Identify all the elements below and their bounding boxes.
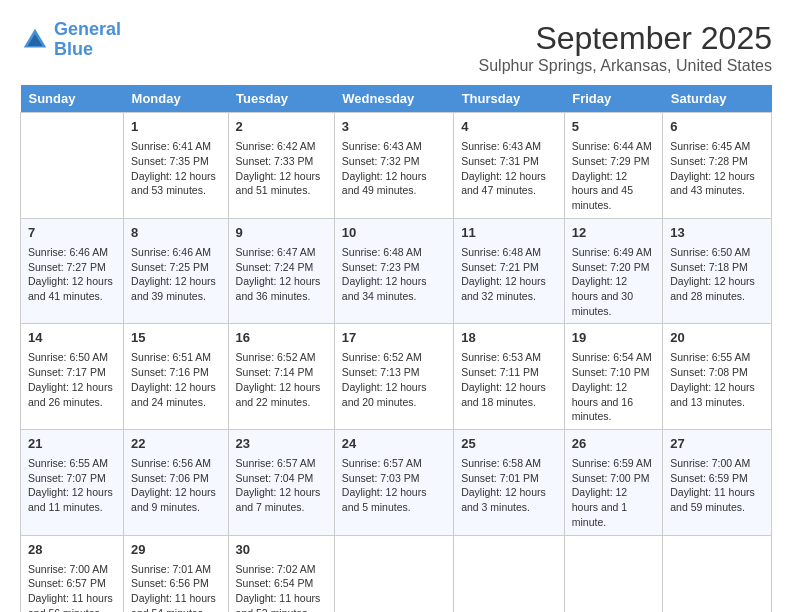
calendar-cell: 16 Sunrise: 6:52 AMSunset: 7:14 PMDaylig… [228,324,334,430]
day-number: 22 [131,435,221,453]
calendar-cell: 8 Sunrise: 6:46 AMSunset: 7:25 PMDayligh… [124,218,229,324]
day-info: Sunrise: 6:41 AMSunset: 7:35 PMDaylight:… [131,139,221,198]
day-info: Sunrise: 6:57 AMSunset: 7:04 PMDaylight:… [236,456,327,515]
day-info: Sunrise: 6:43 AMSunset: 7:31 PMDaylight:… [461,139,557,198]
calendar-cell: 27 Sunrise: 7:00 AMSunset: 6:59 PMDaylig… [663,429,772,535]
calendar-cell: 26 Sunrise: 6:59 AMSunset: 7:00 PMDaylig… [564,429,662,535]
day-number: 29 [131,541,221,559]
calendar-cell: 13 Sunrise: 6:50 AMSunset: 7:18 PMDaylig… [663,218,772,324]
header: General Blue September 2025 Sulphur Spri… [20,20,772,75]
day-number: 6 [670,118,764,136]
day-info: Sunrise: 7:01 AMSunset: 6:56 PMDaylight:… [131,562,221,612]
calendar-cell: 18 Sunrise: 6:53 AMSunset: 7:11 PMDaylig… [454,324,565,430]
calendar-cell: 29 Sunrise: 7:01 AMSunset: 6:56 PMDaylig… [124,535,229,612]
calendar-cell: 20 Sunrise: 6:55 AMSunset: 7:08 PMDaylig… [663,324,772,430]
calendar-cell [564,535,662,612]
col-sunday: Sunday [21,85,124,113]
col-friday: Friday [564,85,662,113]
calendar-cell: 12 Sunrise: 6:49 AMSunset: 7:20 PMDaylig… [564,218,662,324]
day-info: Sunrise: 6:59 AMSunset: 7:00 PMDaylight:… [572,456,655,529]
day-info: Sunrise: 6:47 AMSunset: 7:24 PMDaylight:… [236,245,327,304]
day-number: 7 [28,224,116,242]
day-info: Sunrise: 6:56 AMSunset: 7:06 PMDaylight:… [131,456,221,515]
calendar-cell: 17 Sunrise: 6:52 AMSunset: 7:13 PMDaylig… [334,324,453,430]
day-number: 1 [131,118,221,136]
day-number: 16 [236,329,327,347]
main-title: September 2025 [479,20,773,57]
calendar-cell: 1 Sunrise: 6:41 AMSunset: 7:35 PMDayligh… [124,113,229,219]
calendar-cell: 5 Sunrise: 6:44 AMSunset: 7:29 PMDayligh… [564,113,662,219]
day-number: 26 [572,435,655,453]
calendar-cell: 28 Sunrise: 7:00 AMSunset: 6:57 PMDaylig… [21,535,124,612]
calendar-cell: 10 Sunrise: 6:48 AMSunset: 7:23 PMDaylig… [334,218,453,324]
calendar-cell [21,113,124,219]
logo: General Blue [20,20,121,60]
calendar-table: Sunday Monday Tuesday Wednesday Thursday… [20,85,772,612]
day-number: 24 [342,435,446,453]
day-info: Sunrise: 6:46 AMSunset: 7:27 PMDaylight:… [28,245,116,304]
day-info: Sunrise: 6:52 AMSunset: 7:13 PMDaylight:… [342,350,446,409]
day-info: Sunrise: 6:50 AMSunset: 7:17 PMDaylight:… [28,350,116,409]
day-number: 3 [342,118,446,136]
day-number: 11 [461,224,557,242]
day-info: Sunrise: 6:48 AMSunset: 7:23 PMDaylight:… [342,245,446,304]
day-number: 30 [236,541,327,559]
calendar-cell: 11 Sunrise: 6:48 AMSunset: 7:21 PMDaylig… [454,218,565,324]
calendar-cell: 7 Sunrise: 6:46 AMSunset: 7:27 PMDayligh… [21,218,124,324]
day-info: Sunrise: 6:44 AMSunset: 7:29 PMDaylight:… [572,139,655,212]
header-row: Sunday Monday Tuesday Wednesday Thursday… [21,85,772,113]
calendar-cell: 25 Sunrise: 6:58 AMSunset: 7:01 PMDaylig… [454,429,565,535]
day-info: Sunrise: 6:55 AMSunset: 7:08 PMDaylight:… [670,350,764,409]
subtitle: Sulphur Springs, Arkansas, United States [479,57,773,75]
day-info: Sunrise: 6:42 AMSunset: 7:33 PMDaylight:… [236,139,327,198]
col-wednesday: Wednesday [334,85,453,113]
day-number: 20 [670,329,764,347]
calendar-cell [663,535,772,612]
col-thursday: Thursday [454,85,565,113]
day-number: 23 [236,435,327,453]
day-info: Sunrise: 6:43 AMSunset: 7:32 PMDaylight:… [342,139,446,198]
day-info: Sunrise: 6:54 AMSunset: 7:10 PMDaylight:… [572,350,655,423]
calendar-cell: 3 Sunrise: 6:43 AMSunset: 7:32 PMDayligh… [334,113,453,219]
day-number: 21 [28,435,116,453]
col-tuesday: Tuesday [228,85,334,113]
logo-line1: General [54,19,121,39]
calendar-cell: 2 Sunrise: 6:42 AMSunset: 7:33 PMDayligh… [228,113,334,219]
calendar-cell: 6 Sunrise: 6:45 AMSunset: 7:28 PMDayligh… [663,113,772,219]
calendar-cell [334,535,453,612]
day-info: Sunrise: 6:50 AMSunset: 7:18 PMDaylight:… [670,245,764,304]
day-number: 8 [131,224,221,242]
day-number: 2 [236,118,327,136]
day-info: Sunrise: 6:57 AMSunset: 7:03 PMDaylight:… [342,456,446,515]
day-info: Sunrise: 6:49 AMSunset: 7:20 PMDaylight:… [572,245,655,318]
logo-text: General Blue [54,20,121,60]
calendar-cell: 22 Sunrise: 6:56 AMSunset: 7:06 PMDaylig… [124,429,229,535]
day-number: 12 [572,224,655,242]
day-info: Sunrise: 6:51 AMSunset: 7:16 PMDaylight:… [131,350,221,409]
day-info: Sunrise: 6:58 AMSunset: 7:01 PMDaylight:… [461,456,557,515]
day-info: Sunrise: 7:00 AMSunset: 6:57 PMDaylight:… [28,562,116,612]
day-number: 18 [461,329,557,347]
day-info: Sunrise: 6:52 AMSunset: 7:14 PMDaylight:… [236,350,327,409]
calendar-cell: 15 Sunrise: 6:51 AMSunset: 7:16 PMDaylig… [124,324,229,430]
calendar-cell: 21 Sunrise: 6:55 AMSunset: 7:07 PMDaylig… [21,429,124,535]
day-number: 25 [461,435,557,453]
day-number: 5 [572,118,655,136]
day-info: Sunrise: 6:53 AMSunset: 7:11 PMDaylight:… [461,350,557,409]
day-info: Sunrise: 6:48 AMSunset: 7:21 PMDaylight:… [461,245,557,304]
day-number: 9 [236,224,327,242]
calendar-week-2: 7 Sunrise: 6:46 AMSunset: 7:27 PMDayligh… [21,218,772,324]
day-number: 10 [342,224,446,242]
calendar-cell: 19 Sunrise: 6:54 AMSunset: 7:10 PMDaylig… [564,324,662,430]
calendar-cell: 14 Sunrise: 6:50 AMSunset: 7:17 PMDaylig… [21,324,124,430]
day-info: Sunrise: 7:00 AMSunset: 6:59 PMDaylight:… [670,456,764,515]
day-number: 17 [342,329,446,347]
calendar-week-4: 21 Sunrise: 6:55 AMSunset: 7:07 PMDaylig… [21,429,772,535]
day-number: 13 [670,224,764,242]
day-info: Sunrise: 6:46 AMSunset: 7:25 PMDaylight:… [131,245,221,304]
day-info: Sunrise: 6:55 AMSunset: 7:07 PMDaylight:… [28,456,116,515]
calendar-cell: 4 Sunrise: 6:43 AMSunset: 7:31 PMDayligh… [454,113,565,219]
calendar-week-3: 14 Sunrise: 6:50 AMSunset: 7:17 PMDaylig… [21,324,772,430]
calendar-cell: 9 Sunrise: 6:47 AMSunset: 7:24 PMDayligh… [228,218,334,324]
calendar-cell: 23 Sunrise: 6:57 AMSunset: 7:04 PMDaylig… [228,429,334,535]
